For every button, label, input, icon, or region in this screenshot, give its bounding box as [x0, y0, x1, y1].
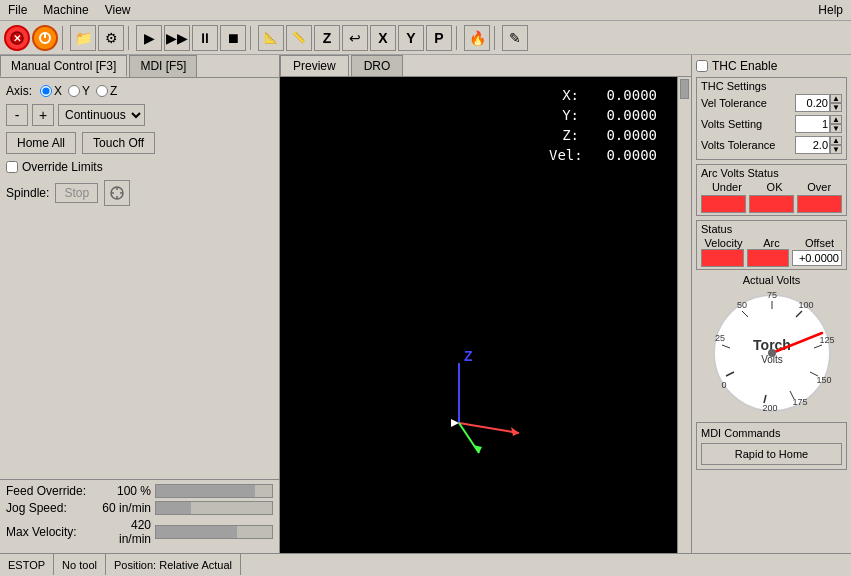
velocity-indicator	[701, 249, 744, 267]
vel-tolerance-down[interactable]: ▼	[830, 103, 842, 112]
menu-file[interactable]: File	[4, 2, 31, 18]
jog-speed-label: Jog Speed:	[6, 501, 96, 515]
z-btn[interactable]: Z	[314, 25, 340, 51]
volts-tolerance-up[interactable]: ▲	[830, 136, 842, 145]
separator-5	[494, 26, 498, 50]
separator-1	[62, 26, 66, 50]
scrollbar[interactable]	[677, 77, 691, 553]
preview-with-scroll: X: 0.0000 Y: 0.0000 Z: 0.0000 Vel: 0.000…	[280, 77, 691, 553]
axis-z-label[interactable]: Z	[96, 84, 117, 98]
tab-mdi[interactable]: MDI [F5]	[129, 55, 197, 77]
axis-radio-group: X Y Z	[40, 84, 117, 98]
svg-text:75: 75	[766, 290, 776, 300]
velocity-label: Velocity	[701, 237, 746, 249]
y-btn[interactable]: Y	[398, 25, 424, 51]
thc-enable-checkbox[interactable]	[696, 60, 708, 72]
axis-y-label[interactable]: Y	[68, 84, 90, 98]
menu-machine[interactable]: Machine	[39, 2, 92, 18]
menu-help[interactable]: Help	[814, 2, 847, 18]
touch-off-btn[interactable]: Touch Off	[82, 132, 155, 154]
dro-z-val: 0.0000	[587, 127, 657, 143]
axis-y-radio[interactable]	[68, 85, 80, 97]
vel-tolerance-spin: ▲ ▼	[830, 94, 842, 112]
override-label: Override Limits	[22, 160, 103, 174]
menu-view[interactable]: View	[101, 2, 135, 18]
spindle-row: Spindle: Stop	[6, 180, 273, 206]
settings-button[interactable]: ⚙	[98, 25, 124, 51]
jog-minus-btn[interactable]: -	[6, 104, 28, 126]
scroll-thumb[interactable]	[680, 79, 689, 99]
return-btn[interactable]: ↩	[342, 25, 368, 51]
dro-y-val: 0.0000	[587, 107, 657, 123]
pause-button[interactable]: ⏸	[192, 25, 218, 51]
spindle-icon[interactable]	[104, 180, 130, 206]
home-touch-row: Home All Touch Off	[6, 132, 273, 154]
vel-tolerance-up[interactable]: ▲	[830, 94, 842, 103]
arc-volts-section: Arc Volts Status Under OK Over	[696, 164, 847, 216]
volts-tolerance-input[interactable]	[795, 136, 830, 154]
volts-setting-up[interactable]: ▲	[830, 115, 842, 124]
feed-override-slider[interactable]	[155, 484, 273, 498]
under-label: Under	[712, 181, 742, 193]
thc-enable-label: THC Enable	[712, 59, 777, 73]
volts-tolerance-row: Volts Tolerance ▲ ▼	[701, 136, 842, 154]
svg-marker-8	[511, 427, 519, 436]
feed-override-label: Feed Override:	[6, 484, 96, 498]
run-button[interactable]: ▶	[136, 25, 162, 51]
estop-button[interactable]: ✕	[4, 25, 30, 51]
max-velocity-value: 420 in/min	[96, 518, 151, 546]
thc-enable-row: THC Enable	[696, 59, 847, 73]
svg-text:175: 175	[792, 397, 807, 407]
dro-z-label: Z:	[549, 127, 579, 143]
jog-row: - + Continuous	[6, 104, 273, 126]
torch-btn[interactable]: 🔥	[464, 25, 490, 51]
ruler-btn[interactable]: 📏	[286, 25, 312, 51]
svg-text:25: 25	[714, 333, 724, 343]
preview-canvas[interactable]: X: 0.0000 Y: 0.0000 Z: 0.0000 Vel: 0.000…	[280, 77, 677, 553]
vel-tolerance-label: Vel Tolerance	[701, 97, 795, 109]
tool-path-btn[interactable]: 📐	[258, 25, 284, 51]
edit-btn[interactable]: ✎	[502, 25, 528, 51]
gauge-container: 0 25 50 75 100	[707, 288, 837, 418]
power-button[interactable]	[32, 25, 58, 51]
axis-z-radio[interactable]	[96, 85, 108, 97]
vel-tolerance-row: Vel Tolerance ▲ ▼	[701, 94, 842, 112]
over-label: Over	[807, 181, 831, 193]
volts-setting-down[interactable]: ▼	[830, 124, 842, 133]
thc-settings: THC Settings Vel Tolerance ▲ ▼ Volts Set…	[696, 77, 847, 160]
dro-x-label: X:	[549, 87, 579, 103]
override-checkbox[interactable]	[6, 161, 18, 173]
dro-tab[interactable]: DRO	[351, 55, 404, 76]
rapid-to-home-btn[interactable]: Rapid to Home	[701, 443, 842, 465]
svg-text:100: 100	[798, 300, 813, 310]
toolbar: ✕ 📁 ⚙ ▶ ▶▶ ⏸ ⏹ 📐 📏 Z ↩ X Y P 🔥 ✎	[0, 21, 851, 55]
home-all-btn[interactable]: Home All	[6, 132, 76, 154]
statusbar: ESTOP No tool Position: Relative Actual	[0, 553, 851, 575]
preview-tab[interactable]: Preview	[280, 55, 349, 76]
arc-indicator-2	[747, 249, 790, 267]
x-btn[interactable]: X	[370, 25, 396, 51]
jog-speed-value: 60 in/min	[96, 501, 151, 515]
ok-label: OK	[767, 181, 783, 193]
status-indicators-row: +0.0000	[701, 249, 842, 267]
run-fast-button[interactable]: ▶▶	[164, 25, 190, 51]
p-btn[interactable]: P	[426, 25, 452, 51]
feed-override-value: 100 %	[96, 484, 151, 498]
stop-button[interactable]: ⏹	[220, 25, 246, 51]
volts-setting-input[interactable]	[795, 115, 830, 133]
arc-label-2: Arc	[749, 237, 794, 249]
tab-manual[interactable]: Manual Control [F3]	[0, 55, 127, 77]
vel-tolerance-input[interactable]	[795, 94, 830, 112]
max-velocity-slider[interactable]	[155, 525, 273, 539]
jog-mode-select[interactable]: Continuous	[58, 104, 145, 126]
over-indicator	[797, 195, 842, 213]
axis-x-label[interactable]: X	[40, 84, 62, 98]
jog-speed-slider[interactable]	[155, 501, 273, 515]
gauge-title: Actual Volts	[696, 274, 847, 286]
offset-label: Offset	[797, 237, 842, 249]
jog-plus-btn[interactable]: +	[32, 104, 54, 126]
axis-x-radio[interactable]	[40, 85, 52, 97]
volts-tolerance-down[interactable]: ▼	[830, 145, 842, 154]
spindle-stop-btn[interactable]: Stop	[55, 183, 98, 203]
open-button[interactable]: 📁	[70, 25, 96, 51]
